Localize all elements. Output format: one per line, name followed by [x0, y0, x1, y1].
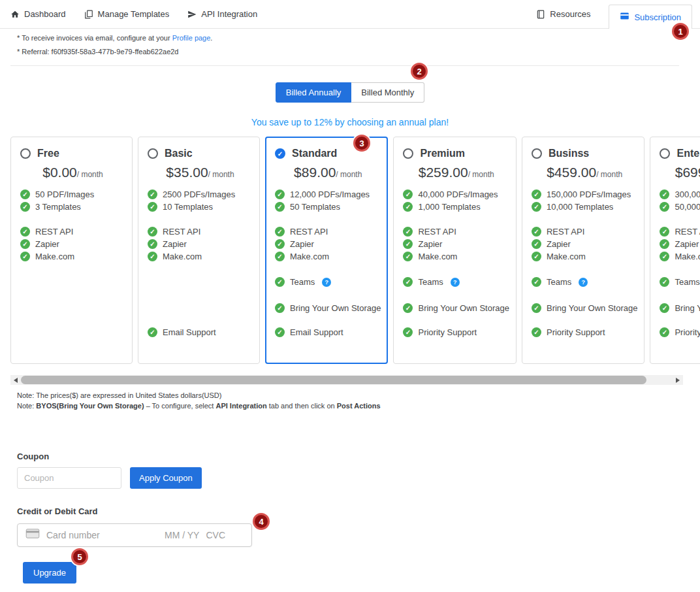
help-icon[interactable] — [579, 278, 588, 287]
invoice-note: * To receive invoices via email, configu… — [17, 34, 700, 42]
feature-row: REST API — [275, 225, 381, 238]
check-icon — [660, 277, 669, 287]
feature-text: 1,000 Templates — [418, 202, 480, 212]
nav-resources[interactable]: Resources — [536, 9, 590, 19]
plan-features: 50 PDF/Images 3 Templates REST API Zapie… — [20, 188, 125, 338]
feature-text: 10,000 Templates — [547, 202, 613, 212]
byos-note-mid: tab and then click on — [267, 402, 337, 410]
feature-row: Email Support — [148, 326, 253, 338]
plan-card-enterprise[interactable]: Enterprise $699.00/ month 300,000 PDFs/I… — [650, 137, 700, 364]
scroll-right-arrow-icon[interactable] — [673, 375, 683, 385]
feature-row: Make.com — [660, 250, 700, 263]
profile-page-link[interactable]: Profile page — [172, 34, 211, 42]
radio-checked-icon[interactable] — [275, 148, 285, 159]
billed-monthly-button[interactable]: Billed Monthly — [351, 82, 424, 103]
nav-resources-label: Resources — [550, 9, 590, 19]
templates-icon — [84, 10, 93, 19]
help-icon[interactable] — [322, 278, 331, 287]
expiry-placeholder[interactable]: MM / YY — [165, 530, 199, 540]
plan-card-premium[interactable]: Premium $259.00/ month 40,000 PDFs/Image… — [393, 137, 516, 364]
feature-row: 40,000 PDFs/Images — [403, 188, 509, 201]
feature-row: Make.com — [20, 250, 125, 263]
check-icon — [403, 252, 413, 261]
nav-manage-templates[interactable]: Manage Templates — [84, 9, 170, 19]
plan-card-basic[interactable]: Basic $35.00/ month 2500 PDFs/Images 10 … — [138, 137, 260, 364]
check-icon — [403, 202, 413, 212]
radio-icon[interactable] — [20, 148, 31, 159]
feature-text: Zapier — [547, 239, 571, 249]
check-icon — [532, 303, 541, 313]
annotation-badge-5: 5 — [71, 548, 88, 565]
check-icon — [20, 252, 30, 261]
help-icon[interactable] — [451, 278, 460, 287]
feature-row: 10 Templates — [148, 201, 253, 213]
price-amount: $259.00 — [419, 165, 468, 180]
feature-row: 50,000 Templates — [660, 201, 700, 213]
feature-row: Teams — [532, 276, 637, 288]
scroll-left-arrow-icon[interactable] — [10, 375, 21, 385]
price-amount: $89.00 — [294, 165, 336, 180]
feature-row: 10,000 Templates — [532, 201, 637, 213]
feature-text: Priority Support — [418, 327, 477, 337]
check-icon — [532, 252, 541, 261]
radio-icon[interactable] — [532, 148, 542, 159]
feature-row: Bring Your Own Storage — [532, 302, 637, 314]
plan-name: Basic — [165, 148, 193, 159]
top-notes: * To receive invoices via email, configu… — [0, 29, 700, 56]
annotation-badge-1: 1 — [672, 23, 689, 40]
plan-header: Basic — [148, 148, 253, 159]
feature-text: Teams — [418, 277, 443, 287]
horizontal-scrollbar[interactable] — [10, 375, 683, 385]
feature-text: Zapier — [290, 239, 314, 249]
radio-icon[interactable] — [148, 148, 158, 159]
check-icon — [532, 277, 541, 287]
price-amount: $459.00 — [547, 165, 596, 180]
nav-api-integration[interactable]: API Integration — [187, 9, 257, 19]
plan-features: 2500 PDFs/Images 10 Templates REST API Z… — [148, 188, 253, 338]
check-icon — [20, 227, 30, 237]
cvc-placeholder[interactable]: CVC — [206, 530, 225, 540]
card-number-input[interactable]: Card number MM / YY CVC — [17, 523, 252, 547]
feature-row: Zapier — [20, 238, 125, 250]
plan-card-standard[interactable]: Standard $89.00/ month 12,000 PDFs/Image… — [265, 137, 388, 364]
paper-plane-icon — [187, 10, 197, 19]
plan-price: $699.00/ month — [660, 165, 700, 180]
feature-row: Make.com — [532, 250, 637, 263]
check-icon — [660, 327, 669, 337]
check-icon — [403, 277, 413, 287]
credit-card-icon — [620, 11, 629, 23]
plan-features: 150,000 PDFs/Images 10,000 Templates RES… — [532, 188, 637, 338]
price-amount: $35.00 — [166, 165, 208, 180]
radio-icon[interactable] — [403, 148, 413, 159]
radio-icon[interactable] — [660, 148, 670, 159]
upgrade-button[interactable]: Upgrade — [23, 562, 76, 584]
feature-text: 2500 PDFs/Images — [163, 189, 235, 199]
nav-dashboard[interactable]: Dashboard — [10, 9, 66, 19]
feature-text: Teams — [675, 277, 699, 287]
check-icon — [20, 189, 30, 199]
check-icon — [532, 202, 541, 212]
plan-card-free[interactable]: Free $0.00/ month 50 PDF/Images 3 Templa… — [10, 137, 133, 364]
plan-price: $459.00/ month — [532, 165, 637, 180]
check-icon — [532, 327, 541, 337]
check-icon — [660, 239, 669, 249]
feature-text: Zapier — [35, 239, 59, 249]
scrollbar-thumb[interactable] — [21, 376, 646, 384]
invoice-note-text: * To receive invoices via email, configu… — [17, 34, 172, 42]
price-period: / month — [208, 170, 234, 179]
coupon-input[interactable] — [17, 467, 121, 489]
plan-features: 40,000 PDFs/Images 1,000 Templates REST … — [403, 188, 509, 338]
byos-note-bold: Post Actions — [337, 402, 381, 410]
billed-annually-button[interactable]: Billed Annually — [276, 82, 352, 103]
plan-card-businss[interactable]: Businss $459.00/ month 150,000 PDFs/Imag… — [522, 137, 644, 364]
plan-price: $259.00/ month — [403, 165, 509, 180]
feature-row: REST API — [532, 225, 637, 238]
nav-manage-templates-label: Manage Templates — [98, 9, 170, 19]
check-icon — [148, 239, 157, 249]
apply-coupon-button[interactable]: Apply Coupon — [130, 467, 202, 489]
scrollbar-track[interactable] — [21, 375, 673, 385]
plan-header: Premium — [403, 148, 509, 159]
card-number-placeholder[interactable]: Card number — [46, 530, 165, 540]
tab-subscription-label: Subscription — [634, 12, 681, 22]
feature-text: Make.com — [675, 252, 700, 261]
